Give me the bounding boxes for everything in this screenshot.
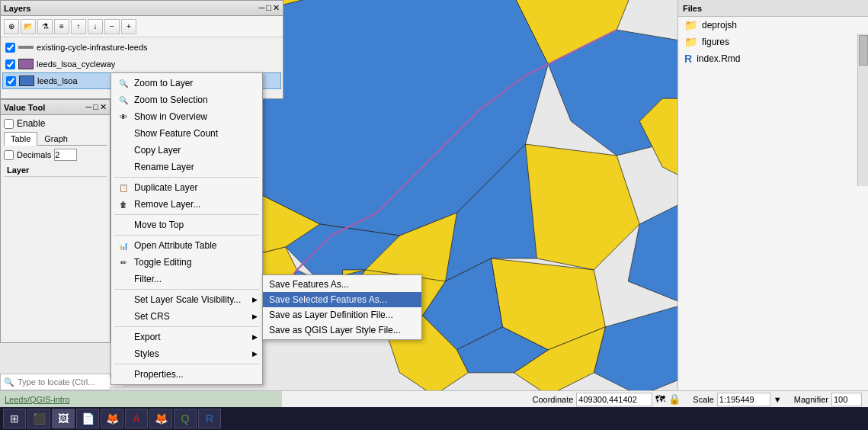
rmd-icon: R	[684, 53, 692, 65]
filter-btn[interactable]: ⚗	[37, 19, 53, 34]
ctx-rename-layer[interactable]: Rename Layer	[111, 159, 262, 175]
ctx-open-attr-label: Open Attribute Table	[134, 240, 217, 251]
restore-icon[interactable]: □	[266, 3, 271, 13]
file-item-figures[interactable]: 📁 figures	[678, 34, 868, 50]
export-layer-def[interactable]: Save as Layer Definition File...	[263, 307, 421, 322]
layer-check-lsoa[interactable]	[6, 76, 16, 86]
duplicate-icon: 📋	[117, 181, 130, 194]
ctx-properties[interactable]: Properties...	[111, 366, 262, 383]
ctx-zoom-to-layer-label: Zoom to Layer	[134, 78, 193, 88]
file-scroll[interactable]	[857, 34, 868, 186]
layer-check-cycle[interactable]	[5, 43, 15, 53]
magnifier-display: Magnifier	[788, 393, 868, 406]
separator-2	[114, 214, 259, 215]
export-icon	[117, 331, 130, 343]
ctx-move-top[interactable]: Move to Top	[111, 217, 262, 233]
decimals-checkbox[interactable]	[4, 150, 14, 160]
scale-dropdown-icon[interactable]: ▼	[774, 395, 782, 404]
magnifier-input[interactable]	[831, 393, 862, 406]
overview-icon: 👁	[117, 111, 130, 123]
layer-item-cycleway[interactable]: leeds_lsoa_cycleway	[2, 56, 281, 72]
export-style-file[interactable]: Save as QGIS Layer Style File...	[263, 322, 421, 338]
ctx-export[interactable]: Export	[111, 329, 262, 345]
ctx-move-top-label: Move to Top	[134, 220, 184, 230]
close-icon[interactable]: ✕	[273, 3, 280, 13]
down-btn[interactable]: ↓	[88, 19, 103, 34]
feature-count-icon	[117, 127, 130, 140]
ctx-styles[interactable]: Styles	[111, 345, 262, 362]
ctx-filter[interactable]: Filter...	[111, 271, 262, 287]
filter2-btn[interactable]: ≡	[54, 19, 69, 34]
path-text[interactable]: Leeds/QGIS-intro	[5, 395, 70, 404]
taskbar-firefox-btn[interactable]: 🦊	[101, 409, 123, 428]
layers-toolbar: ⊕ 📂 ⚗ ≡ ↑ ↓ − +	[1, 16, 283, 37]
taskbar-acrobat-btn[interactable]: A	[125, 409, 148, 428]
taskbar-desktop-btn[interactable]: ⬛	[27, 409, 50, 428]
copy-layer-icon	[117, 144, 130, 156]
vt-restore-icon[interactable]: □	[93, 102, 98, 112]
tab-table[interactable]: Table	[4, 132, 37, 146]
layer-check-cycleway[interactable]	[5, 59, 15, 69]
zoom-layer-icon: 🔍	[117, 77, 130, 89]
toggle-edit-icon: ✏	[117, 256, 130, 268]
taskbar-r-btn[interactable]: R	[198, 409, 221, 428]
scroll-thumb[interactable]	[859, 35, 868, 66]
layer-icon-lsoa	[19, 75, 34, 86]
ctx-show-overview-label: Show in Overview	[134, 111, 207, 122]
file-name-rmd: index.Rmd	[697, 53, 740, 64]
decimals-input[interactable]	[54, 149, 77, 161]
tab-graph[interactable]: Graph	[37, 132, 75, 145]
ctx-copy-layer[interactable]: Copy Layer	[111, 142, 262, 159]
file-item-deprojsh[interactable]: 📁 deprojsh	[678, 17, 868, 34]
enable-checkbox[interactable]	[4, 119, 14, 129]
enable-row: Enable	[4, 118, 107, 129]
taskbar-notepad-btn[interactable]: 📄	[76, 409, 99, 428]
vt-close-icon[interactable]: ✕	[100, 102, 107, 112]
ctx-scale-visibility[interactable]: Set Layer Scale Visibility...	[111, 291, 262, 308]
minimize-icon[interactable]: ─	[259, 3, 265, 13]
ctx-feature-count[interactable]: Show Feature Count	[111, 125, 262, 142]
layer-icon-cycle	[18, 46, 34, 49]
remove-btn[interactable]: −	[104, 19, 120, 34]
layer-name-cycleway: leeds_lsoa_cycleway	[37, 59, 115, 69]
taskbar-windows-btn[interactable]: ⊞	[3, 409, 26, 428]
file-panel: Files 📁 deprojsh 📁 figures R index.Rmd	[677, 0, 868, 430]
vt-minimize-icon[interactable]: ─	[86, 102, 92, 112]
locate-search-icon: 🔍	[4, 377, 14, 387]
ctx-zoom-to-selection[interactable]: 🔍 Zoom to Selection	[111, 91, 262, 108]
layer-col-header: Layer	[4, 164, 107, 177]
file-item-rmd[interactable]: R index.Rmd	[678, 50, 868, 67]
file-panel-header: Files	[678, 0, 868, 17]
decimals-label: Decimals	[17, 150, 51, 159]
separator-1	[114, 177, 259, 178]
scale-input[interactable]	[717, 393, 770, 406]
add-layer-btn[interactable]: ⊕	[4, 19, 19, 34]
export-layer-def-label: Save as Layer Definition File...	[269, 310, 393, 320]
ctx-remove-layer[interactable]: 🗑 Remove Layer...	[111, 196, 262, 213]
ctx-styles-label: Styles	[134, 348, 159, 359]
ctx-open-attr[interactable]: 📊 Open Attribute Table	[111, 237, 262, 254]
ctx-set-crs[interactable]: Set CRS	[111, 308, 262, 325]
ctx-toggle-edit[interactable]: ✏ Toggle Editing	[111, 254, 262, 271]
up-btn[interactable]: ↑	[71, 19, 86, 34]
layer-item-cycle[interactable]: existing-cycle-infrasture-leeds	[2, 39, 281, 56]
ctx-duplicate-layer[interactable]: 📋 Duplicate Layer	[111, 179, 262, 196]
export-save-selected[interactable]: Save Selected Features As...	[263, 292, 421, 307]
filter-icon	[117, 273, 130, 285]
value-tool-body: Enable Table Graph Decimals Layer	[1, 115, 110, 180]
taskbar-qgis-btn[interactable]: Q	[174, 409, 197, 428]
remove-layer-icon: 🗑	[117, 198, 130, 210]
coordinate-input[interactable]	[576, 393, 652, 406]
styles-icon	[117, 348, 130, 360]
export-save-features[interactable]: Save Features As...	[263, 277, 421, 292]
ctx-show-overview[interactable]: 👁 Show in Overview	[111, 108, 262, 125]
separator-3	[114, 235, 259, 236]
ctx-zoom-to-layer[interactable]: 🔍 Zoom to Layer	[111, 75, 262, 91]
open-layer-btn[interactable]: 📂	[21, 19, 36, 34]
expand-btn[interactable]: +	[121, 19, 136, 34]
coord-display: Coordinate 🗺 🔒	[527, 393, 687, 406]
taskbar-firefox2-btn[interactable]: 🦊	[149, 409, 172, 428]
file-name-deprojsh: deprojsh	[702, 20, 737, 30]
locate-input[interactable]	[18, 377, 123, 387]
taskbar-explorer-btn[interactable]: 🖼	[52, 409, 75, 428]
